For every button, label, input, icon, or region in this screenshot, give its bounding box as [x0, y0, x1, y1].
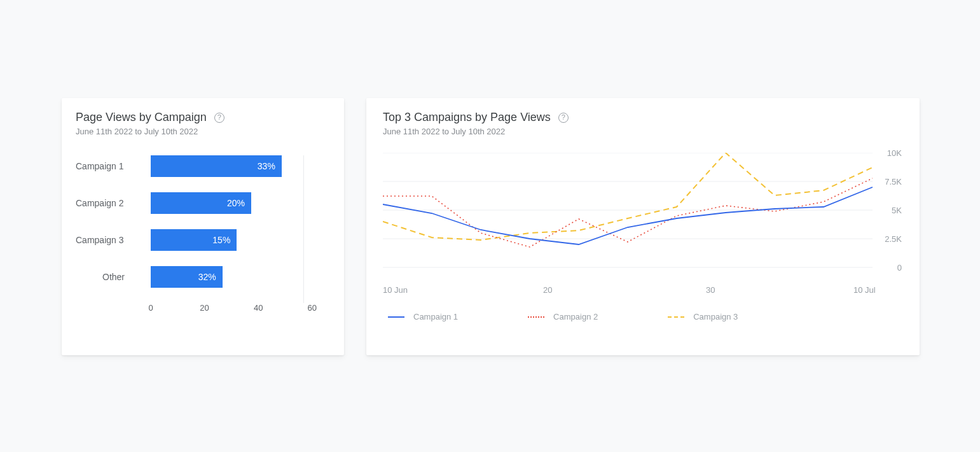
bar-fill: 32% — [151, 266, 223, 288]
bar-value: 15% — [212, 235, 230, 245]
y-axis-labels: 10K 7.5K 5K 2.5K 0 — [873, 153, 903, 267]
bar-track: 32% — [151, 266, 330, 288]
legend-label: Campaign 1 — [413, 312, 458, 321]
bar-fill: 20% — [151, 192, 251, 214]
y-tick: 7.5K — [885, 177, 902, 187]
legend: Campaign 1 Campaign 2 Campaign 3 — [383, 312, 903, 321]
page-views-card: Page Views by Campaign ? June 11th 2022 … — [62, 98, 344, 355]
x-tick: 40 — [254, 303, 263, 313]
bar-row: Campaign 2 20% — [76, 192, 330, 214]
card-subtitle: June 11th 2022 to July 10th 2022 — [383, 127, 903, 136]
bar-label: Other — [76, 272, 151, 282]
bar-fill: 33% — [151, 155, 282, 177]
y-tick: 10K — [887, 148, 902, 158]
legend-swatch-dashed — [668, 316, 684, 318]
card-title: Page Views by Campaign — [76, 111, 207, 124]
bar-x-axis: 0 20 40 60 — [151, 303, 330, 316]
y-tick: 5K — [892, 206, 902, 215]
legend-label: Campaign 2 — [553, 312, 598, 321]
x-tick: 60 — [308, 303, 317, 313]
legend-swatch-dotted — [528, 316, 544, 318]
legend-item: Campaign 3 — [668, 312, 738, 321]
bar-track: 15% — [151, 229, 330, 251]
bar-label: Campaign 3 — [76, 235, 151, 245]
line-chart: 10K 7.5K 5K 2.5K 0 10 Jun 20 30 10 Jul — [383, 153, 903, 293]
help-icon[interactable]: ? — [558, 113, 569, 123]
legend-item: Campaign 2 — [528, 312, 598, 321]
bar-value: 32% — [198, 272, 216, 282]
top-campaigns-card: Top 3 Campaigns by Page Views ? June 11t… — [366, 98, 920, 355]
legend-item: Campaign 1 — [388, 312, 458, 321]
help-icon[interactable]: ? — [214, 113, 224, 123]
legend-swatch-solid — [388, 316, 404, 318]
card-title: Top 3 Campaigns by Page Views — [383, 111, 551, 124]
x-tick: 20 — [543, 285, 552, 295]
bar-label: Campaign 1 — [76, 161, 151, 171]
x-tick: 10 Jul — [853, 285, 876, 295]
bar-fill: 15% — [151, 229, 237, 251]
y-tick: 2.5K — [885, 234, 902, 244]
y-tick: 0 — [897, 263, 902, 272]
bar-row: Campaign 1 33% — [76, 155, 330, 177]
x-tick: 30 — [706, 285, 715, 295]
bar-chart: Campaign 1 33% Campaign 2 20% Campaign 3… — [76, 155, 330, 316]
card-title-row: Page Views by Campaign ? — [76, 111, 330, 124]
line-chart-svg — [383, 153, 903, 280]
legend-label: Campaign 3 — [693, 312, 738, 321]
x-tick: 20 — [200, 303, 209, 313]
card-subtitle: June 11th 2022 to July 10th 2022 — [76, 127, 330, 136]
card-title-row: Top 3 Campaigns by Page Views ? — [383, 111, 903, 124]
bar-row: Campaign 3 15% — [76, 229, 330, 251]
series-campaign-2 — [383, 178, 873, 247]
bar-value: 33% — [258, 161, 275, 171]
x-tick: 10 Jun — [383, 285, 408, 295]
series-campaign-1 — [383, 187, 873, 244]
bar-track: 20% — [151, 192, 330, 214]
bar-row: Other 32% — [76, 266, 330, 288]
bar-value: 20% — [227, 198, 245, 208]
bar-label: Campaign 2 — [76, 198, 151, 208]
bar-track: 33% — [151, 155, 330, 177]
x-axis-labels: 10 Jun 20 30 10 Jul — [383, 285, 903, 297]
x-tick: 0 — [148, 303, 153, 313]
